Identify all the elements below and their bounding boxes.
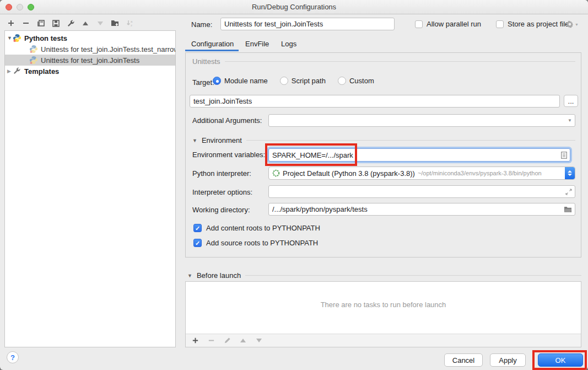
target-label: Target: [192, 78, 214, 87]
python-interpreter-label: Python interpreter: [192, 169, 251, 178]
name-field-wrap [220, 18, 395, 30]
chevron-down-icon[interactable]: ▼ [7, 35, 13, 41]
before-launch-panel: There are no tasks to run before launch [185, 281, 581, 347]
tab-logs[interactable]: Logs [281, 40, 296, 48]
tree-item-templates[interactable]: ▶ Templates [5, 66, 175, 77]
window-title: Run/Debug Configurations [252, 3, 336, 11]
additional-arguments-input[interactable] [269, 115, 568, 126]
store-options-button[interactable]: ▼ [565, 20, 579, 29]
before-launch-title: Before launch [197, 271, 241, 280]
working-directory-field-wrap [268, 203, 575, 216]
add-icon [7, 19, 15, 27]
interpreter-options-label: Interpreter options: [192, 188, 252, 196]
cancel-button[interactable]: Cancel [444, 353, 483, 367]
module-name-input[interactable] [190, 95, 559, 107]
radio-script-path[interactable] [280, 77, 288, 85]
environment-section-title: Environment [202, 136, 242, 144]
tree-item-unittests-jointests[interactable]: Unittests for test_join.JoinTests [5, 55, 175, 66]
gear-icon [565, 20, 574, 29]
tree-item-label: Unittests for test_join.JoinTests.test_n… [41, 45, 176, 53]
sort-configurations-button[interactable]: az [126, 19, 134, 28]
add-configuration-button[interactable] [7, 19, 15, 28]
zoom-window-button[interactable] [28, 4, 34, 10]
edit-templates-button[interactable] [66, 19, 75, 28]
copy-icon [37, 19, 45, 28]
before-launch-section-header[interactable]: ▼ Before launch [187, 271, 581, 280]
new-folder-button[interactable] [111, 19, 120, 28]
radio-module-name[interactable] [213, 77, 221, 85]
interpreter-options-field-wrap [268, 185, 575, 198]
expand-icon[interactable] [565, 189, 572, 195]
minimize-window-button[interactable] [17, 4, 23, 10]
module-field-wrap [190, 95, 560, 108]
move-up-icon [83, 22, 88, 25]
help-button[interactable]: ? [7, 351, 19, 363]
python-tests-icon [13, 34, 21, 42]
before-launch-toolbar [186, 334, 581, 347]
run-debug-configurations-dialog: Run/Debug Configurations az ▼ [0, 0, 588, 370]
edit-task-button[interactable] [223, 336, 231, 345]
python-interpreter-select[interactable]: Project Default (Python 3.8 (pyspark-3.8… [268, 167, 575, 180]
combo-stepper-icon[interactable] [565, 167, 575, 179]
configuration-panel: Unittests Target: Module name Script pat… [185, 52, 581, 258]
checkbox-unchecked-icon [415, 20, 423, 28]
move-up-button[interactable] [81, 19, 90, 28]
add-task-button[interactable] [191, 336, 199, 345]
copy-configuration-button[interactable] [36, 19, 45, 28]
add-content-roots-checkbox[interactable]: ✓ Add content roots to PYTHONPATH [193, 224, 320, 232]
store-as-project-file-label: Store as project file [508, 20, 569, 28]
folder-icon[interactable] [564, 206, 572, 213]
remove-icon [208, 337, 215, 344]
conda-icon [272, 169, 280, 177]
history-chevron-icon[interactable]: ▼ [568, 118, 575, 123]
add-source-roots-checkbox[interactable]: ✓ Add source roots to PYTHONPATH [193, 239, 318, 247]
interpreter-path: ~/opt/miniconda3/envs/pyspark-3.8/bin/py… [418, 170, 565, 176]
move-up-icon [240, 339, 246, 342]
allow-parallel-run-checkbox[interactable]: Allow parallel run [415, 20, 481, 28]
svg-text:a: a [131, 20, 133, 23]
browse-module-button[interactable]: ... [564, 95, 578, 107]
ok-button[interactable]: OK [538, 353, 583, 367]
radio-custom[interactable] [338, 77, 346, 85]
tab-envfile[interactable]: EnvFile [245, 40, 269, 48]
add-icon [192, 337, 199, 344]
move-down-button[interactable] [96, 19, 105, 28]
close-window-button[interactable] [6, 4, 12, 10]
remove-icon [22, 19, 30, 27]
wrench-icon [67, 19, 75, 28]
apply-button[interactable]: Apply [490, 353, 526, 367]
working-directory-input[interactable] [269, 203, 564, 215]
tree-item-label: Templates [24, 67, 59, 76]
radio-custom-label: Custom [349, 77, 374, 85]
active-tab-underline [185, 50, 239, 51]
interpreter-options-input[interactable] [269, 186, 565, 197]
add-source-roots-label: Add source roots to PYTHONPATH [206, 239, 318, 247]
store-as-project-file-checkbox[interactable]: Store as project file [496, 20, 569, 28]
window-controls [6, 4, 34, 10]
environment-variables-input[interactable] [269, 149, 561, 161]
title-bar: Run/Debug Configurations [0, 0, 588, 14]
remove-task-button[interactable] [207, 336, 215, 345]
checkbox-checked-icon: ✓ [193, 224, 202, 232]
env-list-icon[interactable] [561, 152, 567, 159]
unittests-group-title: Unittests [192, 57, 220, 66]
radio-script-path-label: Script path [292, 77, 326, 85]
new-folder-icon [111, 19, 120, 27]
remove-configuration-button[interactable] [21, 19, 30, 28]
move-down-icon [256, 339, 262, 342]
move-task-up-button[interactable] [239, 336, 247, 345]
tab-configuration[interactable]: Configuration [191, 40, 234, 48]
unittests-group-header: Unittests [192, 57, 575, 66]
tree-item-unittests-test-narrow[interactable]: Unittests for test_join.JoinTests.test_n… [5, 44, 175, 55]
python-test-icon [29, 56, 38, 65]
tree-item-python-tests[interactable]: ▼ Python tests [5, 33, 175, 44]
environment-section-header[interactable]: ▼ Environment [192, 136, 575, 144]
environment-variables-label: Environment variables: [192, 151, 265, 159]
move-task-down-button[interactable] [255, 336, 263, 345]
name-input[interactable] [221, 18, 394, 30]
allow-parallel-run-label: Allow parallel run [427, 20, 481, 28]
save-configuration-button[interactable] [51, 19, 60, 28]
chevron-right-icon[interactable]: ▶ [7, 68, 13, 74]
tree-item-label: Unittests for test_join.JoinTests [41, 56, 139, 65]
target-radio-group: Module name Script path Custom [213, 77, 386, 85]
